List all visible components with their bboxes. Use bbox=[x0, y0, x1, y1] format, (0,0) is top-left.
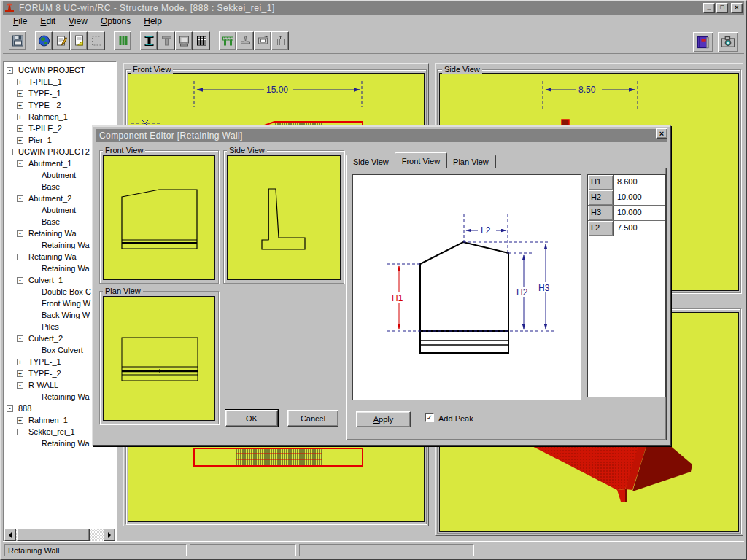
tree-item-label: Culvert_2 bbox=[28, 334, 63, 343]
new-document-button[interactable] bbox=[70, 31, 88, 50]
front-view-tab-page: L2 H3 H2 bbox=[346, 168, 667, 440]
add-peak-label[interactable]: Add Peak bbox=[438, 414, 473, 423]
tree-expand-toggle[interactable]: + bbox=[17, 370, 23, 377]
frame-structure-icon bbox=[222, 35, 234, 47]
parameter-value-input[interactable]: 8.600 bbox=[614, 175, 665, 190]
tree-expand-toggle[interactable]: + bbox=[17, 359, 23, 365]
frame-structure-button[interactable] bbox=[219, 31, 236, 50]
ibeam-pile-tool-button[interactable] bbox=[140, 31, 158, 50]
add-peak-checkbox[interactable]: ✓ bbox=[425, 413, 434, 422]
editor-tab[interactable]: Side View bbox=[346, 155, 396, 168]
help-book-button[interactable] bbox=[693, 32, 713, 52]
t-pile-icon bbox=[160, 35, 173, 47]
menu-item[interactable]: Edit bbox=[34, 15, 61, 28]
tree-item-label: Abutment bbox=[42, 206, 76, 214]
parameter-value-input[interactable]: 10.000 bbox=[614, 190, 665, 205]
parameter-value-input[interactable]: 10.000 bbox=[614, 206, 665, 220]
tree-expand-toggle[interactable]: + bbox=[17, 125, 23, 132]
tree-expand-toggle[interactable]: - bbox=[17, 160, 23, 167]
screenshot-button[interactable] bbox=[718, 32, 738, 52]
maximize-button[interactable]: □ bbox=[716, 3, 728, 13]
tree-expand-toggle[interactable]: - bbox=[17, 277, 23, 284]
selection-marquee-icon bbox=[90, 35, 103, 47]
tree-expand-toggle[interactable]: - bbox=[7, 405, 13, 412]
pile-group-icon bbox=[274, 35, 287, 47]
ok-button[interactable]: OK bbox=[225, 410, 278, 427]
component-editor-dialog: Component Editor [Retaining Wall] × Fron… bbox=[92, 125, 671, 446]
grid-table-button[interactable] bbox=[193, 31, 210, 50]
editor-tab[interactable]: Front View bbox=[395, 152, 447, 168]
apply-button[interactable]: Apply bbox=[356, 411, 411, 427]
tree-expand-toggle[interactable]: + bbox=[17, 102, 23, 109]
pile-group-tool-button[interactable] bbox=[271, 31, 289, 50]
front-preview-drawing bbox=[104, 156, 214, 279]
front-preview-label: Front View bbox=[103, 146, 145, 155]
scroll-right-button[interactable] bbox=[104, 529, 115, 541]
t-pile-tool-button[interactable] bbox=[158, 31, 175, 50]
culvert-tool-button[interactable] bbox=[254, 31, 271, 50]
tree-expand-toggle[interactable]: - bbox=[17, 195, 23, 202]
selection-marquee-button[interactable] bbox=[88, 31, 105, 50]
tree-item[interactable]: - UCWIN PROJECT bbox=[4, 64, 115, 76]
retaining-wall-icon bbox=[239, 35, 252, 47]
tree-expand-toggle[interactable]: - bbox=[7, 67, 13, 74]
tree-expand-toggle[interactable]: + bbox=[17, 90, 23, 97]
plan-preview-drawing bbox=[104, 297, 214, 421]
tree-expand-toggle[interactable]: + bbox=[17, 137, 23, 144]
editor-tab-control: Side ViewFront ViewPlan View bbox=[346, 152, 667, 440]
scrollbar-thumb[interactable] bbox=[17, 529, 90, 541]
tree-expand-toggle[interactable]: - bbox=[17, 429, 23, 435]
tree-item-label: Retaining Wa bbox=[42, 439, 90, 448]
tree-expand-toggle[interactable]: - bbox=[17, 382, 23, 389]
front-view-preview-group: Front View bbox=[99, 147, 219, 284]
side-dim-label: 8.50 bbox=[578, 85, 596, 95]
menu-item[interactable]: Help bbox=[138, 15, 168, 28]
tree-expand-toggle[interactable]: + bbox=[17, 114, 23, 120]
tree-expand-toggle[interactable]: + bbox=[17, 417, 23, 424]
tree-expand-toggle[interactable]: + bbox=[17, 79, 23, 85]
menu-item[interactable]: View bbox=[63, 15, 93, 28]
tree-item-label: Base bbox=[42, 182, 60, 191]
tree-item[interactable]: + TYPE-_2 bbox=[4, 99, 115, 111]
tree-item-label: Rahmen_1 bbox=[28, 112, 68, 121]
tree-expand-toggle[interactable]: - bbox=[17, 230, 23, 237]
tree-item-label: Abutment_2 bbox=[28, 194, 71, 203]
tree-expand-toggle[interactable]: - bbox=[7, 149, 13, 155]
tree-item[interactable]: + T-PILE_1 bbox=[4, 76, 115, 88]
plan-view-preview-group: Plan View bbox=[99, 287, 219, 424]
tree-expand-toggle[interactable]: - bbox=[17, 254, 23, 260]
menu-item[interactable]: Options bbox=[95, 15, 136, 28]
world-view-button[interactable] bbox=[35, 31, 53, 50]
tree-item-label: Pier_1 bbox=[28, 136, 52, 144]
cancel-button[interactable]: Cancel bbox=[287, 410, 338, 427]
dialog-close-button[interactable]: × bbox=[656, 128, 667, 139]
minimize-button[interactable]: _ bbox=[703, 3, 715, 13]
computer-view-button[interactable] bbox=[175, 31, 193, 50]
status-pane bbox=[299, 544, 474, 556]
tree-horizontal-scrollbar[interactable] bbox=[4, 529, 115, 541]
editor-tab[interactable]: Plan View bbox=[446, 155, 496, 168]
scroll-left-button[interactable] bbox=[4, 529, 16, 541]
pier-icon bbox=[117, 35, 129, 47]
save-button[interactable] bbox=[9, 31, 26, 50]
close-button[interactable]: × bbox=[731, 3, 743, 13]
menu-item[interactable]: File bbox=[7, 15, 33, 28]
side-preview-label: Side View bbox=[227, 146, 267, 155]
tree-item-label: Rahmen_1 bbox=[28, 416, 68, 424]
parameter-value-input[interactable]: 7.500 bbox=[614, 221, 665, 236]
side-view-window-label: Side View bbox=[442, 65, 482, 74]
front-view-window-label: Front View bbox=[131, 65, 173, 74]
tree-item-label: UCWIN PROJECT bbox=[18, 66, 85, 74]
front-dim-label: 15.00 bbox=[266, 85, 288, 95]
tree-expand-toggle[interactable]: - bbox=[17, 335, 23, 342]
retaining-wall-tool-button[interactable] bbox=[236, 31, 254, 50]
tree-item[interactable]: + TYPE-_1 bbox=[4, 88, 115, 99]
tree-item[interactable]: + Rahmen_1 bbox=[4, 111, 115, 122]
plan-preview-canvas bbox=[103, 296, 215, 421]
dialog-title-bar[interactable]: Component Editor [Retaining Wall] bbox=[96, 129, 667, 142]
diagram-h2-label: H2 bbox=[516, 287, 528, 298]
edit-document-button[interactable] bbox=[53, 31, 70, 50]
pier-tool-button[interactable] bbox=[114, 31, 131, 50]
right-arrow-icon bbox=[108, 532, 114, 538]
tree-item-label: TYPE-_1 bbox=[28, 357, 61, 366]
